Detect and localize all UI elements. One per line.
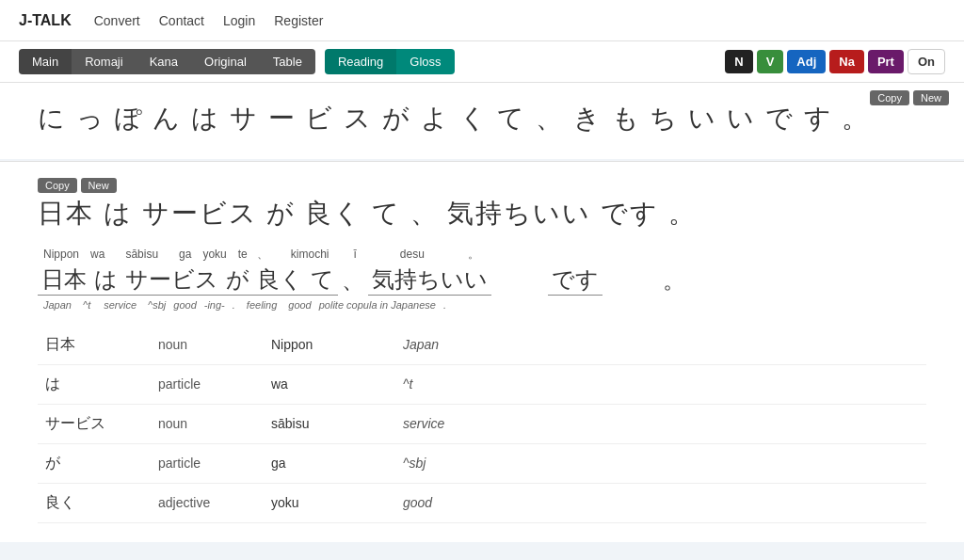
pos-btn-on[interactable]: On [908, 49, 945, 74]
kanji-te: て [307, 264, 338, 296]
view-tab-group: Main Romaji Kana Original Table [19, 49, 315, 74]
vocab-row: 良く adjective yoku good [38, 483, 926, 522]
gloss-t: ^t [77, 299, 96, 311]
vocab-type: noun [151, 404, 264, 443]
romaji-te: te [233, 248, 253, 261]
kanji-sabisu: サービス [121, 264, 222, 296]
gloss-ing: -ing- [201, 299, 229, 311]
gloss-copula: polite copula in Japanese [315, 299, 440, 311]
vocab-romaji: Nippon [264, 326, 395, 365]
nav-register[interactable]: Register [274, 13, 323, 28]
nav-convert[interactable]: Convert [94, 13, 140, 28]
romaji-row: Nippon wa sābisu ga yoku te 、 kimochi ī … [38, 247, 926, 263]
vocab-meaning: service [395, 404, 926, 443]
tab-main[interactable]: Main [19, 49, 72, 74]
romaji-desu: desu [362, 248, 462, 261]
gloss-row: Japan ^t service ^sbj good -ing- . feeli… [38, 299, 926, 311]
tab-kana[interactable]: Kana [137, 49, 191, 74]
vocab-word: は [38, 364, 151, 404]
vocab-romaji: wa [264, 364, 395, 404]
vocab-row: 日本 noun Nippon Japan [38, 326, 926, 365]
reading-tab-group: Reading Gloss [325, 49, 455, 74]
pos-btn-prt[interactable]: Prt [868, 50, 904, 73]
copy-new-bar-2: Copy New [38, 177, 926, 193]
vocab-word: 日本 [38, 326, 151, 365]
nav-login[interactable]: Login [223, 13, 255, 28]
romaji-nippon: Nippon [38, 248, 85, 261]
copy-new-bar-1: Copy New [870, 90, 949, 105]
kanji-desu: です [548, 264, 602, 296]
romaji-sabisu: sābisu [110, 248, 173, 261]
romaji-period: 。 [462, 247, 485, 263]
gloss-dot: . [229, 299, 239, 311]
vocab-romaji: ga [264, 443, 395, 483]
kanji-underline-row: 日本 は サービス が 良く て 、 気持ちいい です 。 [38, 264, 926, 296]
vocab-romaji: yoku [264, 483, 395, 522]
kanji-comma2: 、 [338, 265, 368, 296]
copy-button-2[interactable]: Copy [38, 178, 77, 193]
tab-romaji[interactable]: Romaji [72, 49, 136, 74]
pos-btn-adj[interactable]: Adj [787, 50, 826, 73]
main-content: Copy New に っ ぽ ん は サ ー ビ ス が よ く て 、 き も… [0, 83, 964, 542]
vocab-table: 日本 noun Nippon Japan は particle wa ^t サー… [38, 326, 926, 523]
romaji-kimochi: kimochi [272, 248, 348, 261]
romaji-ga: ga [173, 248, 197, 261]
vocab-type: particle [151, 364, 264, 404]
nav-links: Convert Contact Login Register [94, 13, 324, 28]
vocab-row: は particle wa ^t [38, 364, 926, 404]
kanji-nippon: 日本 [38, 264, 90, 296]
kanji-period: 。 [659, 265, 689, 296]
gloss-japan: Japan [38, 299, 77, 311]
brand[interactable]: J-TALK [19, 12, 72, 29]
copy-button-1[interactable]: Copy [870, 90, 909, 105]
gloss-good: good [169, 299, 200, 311]
gloss-good2: good [284, 299, 314, 311]
vocab-type: adjective [151, 483, 264, 522]
section-hiragana: Copy New に っ ぽ ん は サ ー ビ ス が よ く て 、 き も… [0, 83, 964, 159]
kanji-yoku: 良く [253, 264, 307, 296]
tab-table[interactable]: Table [260, 49, 315, 74]
kanji-kimochi: 気持ちいい [368, 264, 491, 296]
kanji-ga: が [222, 264, 253, 296]
tab-reading[interactable]: Reading [325, 49, 396, 74]
romaji-yoku: yoku [197, 248, 232, 261]
nav-contact[interactable]: Contact [159, 13, 204, 28]
kanji-text: 日本 は サービス が 良く て 、 気持ちいい です 。 [38, 193, 926, 235]
vocab-row: が particle ga ^sbj [38, 443, 926, 483]
gloss-sbj: ^sbj [144, 299, 169, 311]
gloss-service: service [96, 299, 144, 311]
pos-btn-na[interactable]: Na [829, 50, 864, 73]
vocab-meaning: Japan [395, 326, 926, 365]
tab-original[interactable]: Original [191, 49, 260, 74]
section-kanji: Copy New 日本 は サービス が 良く て 、 気持ちいい です 。 N… [0, 162, 964, 542]
romaji-ii: ī [347, 248, 362, 261]
kanji-wa: は [90, 264, 121, 296]
romaji-wa: wa [85, 248, 110, 261]
vocab-word: が [38, 443, 151, 483]
navbar: J-TALK Convert Contact Login Register [0, 0, 964, 41]
new-button-1[interactable]: New [913, 90, 949, 105]
tab-gloss[interactable]: Gloss [396, 49, 454, 74]
toolbar: Main Romaji Kana Original Table Reading … [0, 41, 964, 83]
vocab-type: particle [151, 443, 264, 483]
new-button-2[interactable]: New [81, 178, 117, 193]
pos-btn-n[interactable]: N [725, 50, 752, 73]
gloss-dot2: . [440, 299, 450, 311]
vocab-meaning: good [395, 483, 926, 522]
vocab-word: サービス [38, 404, 151, 443]
vocab-word: 良く [38, 483, 151, 522]
vocab-romaji: sābisu [264, 404, 395, 443]
vocab-row: サービス noun sābisu service [38, 404, 926, 443]
pos-btn-v[interactable]: V [757, 50, 784, 73]
vocab-meaning: ^sbj [395, 443, 926, 483]
word-analysis: Nippon wa sābisu ga yoku te 、 kimochi ī … [38, 247, 926, 311]
romaji-comma: 、 [253, 247, 272, 263]
pos-button-group: N V Adj Na Prt On [725, 49, 945, 74]
hiragana-text: に っ ぽ ん は サ ー ビ ス が よ く て 、 き も ち い い で … [38, 98, 926, 140]
vocab-type: noun [151, 326, 264, 365]
gloss-feeling: feeling [239, 299, 284, 311]
vocab-meaning: ^t [395, 364, 926, 404]
